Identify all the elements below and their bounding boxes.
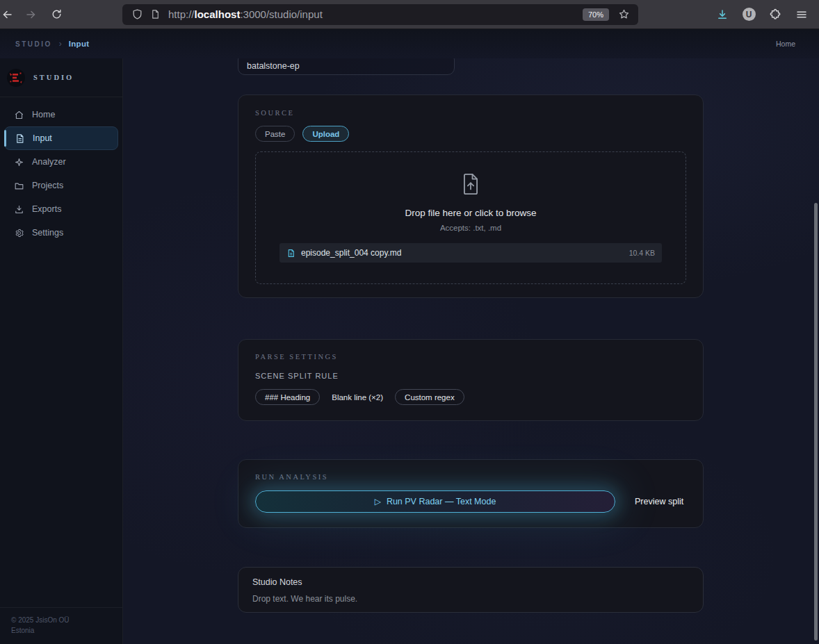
back-button[interactable]	[0, 4, 17, 25]
scene-split-options: ### Heading Blank line (×2) Custom regex	[255, 389, 686, 405]
forward-arrow-icon	[25, 8, 38, 21]
sidebar-item-settings[interactable]: Settings	[4, 221, 118, 245]
notes-title: Studio Notes	[252, 577, 689, 587]
parse-settings-card: PARSE SETTINGS SCENE SPLIT RULE ### Head…	[238, 339, 704, 421]
document-icon	[15, 133, 25, 144]
reload-icon	[51, 8, 63, 20]
extension-badge-button[interactable]: U	[738, 4, 759, 25]
sidebar: STUDIO Home Input Analyzer	[0, 58, 123, 644]
upload-tab[interactable]: Upload	[302, 126, 349, 142]
scene-split-rule-label: SCENE SPLIT RULE	[255, 372, 686, 380]
downloads-button[interactable]	[712, 4, 733, 25]
run-button-label: Run PV Radar — Text Mode	[387, 497, 496, 506]
brand-name: STUDIO	[33, 74, 74, 81]
rule-option-blank-line[interactable]: Blank line (×2)	[330, 393, 384, 402]
download-icon	[716, 8, 729, 21]
parse-card-title: PARSE SETTINGS	[255, 353, 686, 361]
sidebar-item-analyzer[interactable]: Analyzer	[4, 150, 118, 174]
forward-button[interactable]	[21, 4, 42, 25]
bookmark-star-icon[interactable]	[615, 6, 633, 24]
run-analysis-card: RUN ANALYSIS ▷ Run PV Radar — Text Mode …	[238, 459, 704, 528]
extension-letter-badge: U	[743, 8, 756, 21]
sidebar-item-label: Home	[32, 110, 55, 119]
folder-icon	[14, 181, 24, 191]
gear-icon	[14, 228, 24, 238]
sparkle-icon	[14, 157, 24, 167]
breadcrumb-root-link[interactable]: STUDIO	[15, 40, 52, 48]
file-name: episode_split_004 copy.md	[301, 248, 402, 258]
reload-button[interactable]	[46, 4, 67, 25]
sidebar-item-label: Exports	[32, 204, 61, 214]
breadcrumb-separator-icon: ›	[59, 39, 62, 49]
sidebar-item-exports[interactable]: Exports	[4, 197, 118, 221]
sidebar-item-label: Settings	[32, 228, 63, 238]
play-icon: ▷	[375, 497, 381, 506]
menu-button[interactable]	[791, 4, 812, 25]
export-download-icon	[14, 204, 24, 215]
hamburger-icon	[795, 8, 808, 21]
dropzone-headline: Drop file here or click to browse	[256, 208, 686, 218]
studio-logo-icon	[6, 68, 26, 88]
home-icon	[14, 110, 24, 120]
studio-notes-card: Studio Notes Drop text. We hear its puls…	[238, 567, 704, 613]
preview-split-link[interactable]: Preview split	[635, 497, 683, 506]
puzzle-icon	[769, 8, 781, 21]
source-card-title: SOURCE	[255, 109, 686, 117]
sidebar-item-label: Input	[33, 133, 52, 143]
file-upload-icon	[457, 171, 484, 197]
rule-option-custom-regex[interactable]: Custom regex	[395, 389, 464, 405]
sidebar-item-input[interactable]: Input	[4, 126, 118, 150]
url-host: localhost	[195, 8, 241, 20]
page-scrollbar-thumb[interactable]	[814, 203, 818, 641]
sidebar-nav: Home Input Analyzer Projects	[0, 97, 122, 245]
dropzone-accepts: Accepts: .txt, .md	[256, 224, 686, 232]
url-path: :3000/studio/input	[240, 8, 322, 20]
app-shell: STUDIO Home Input Analyzer	[0, 58, 819, 644]
notes-body: Drop text. We hear its pulse.	[252, 594, 689, 604]
shield-icon[interactable]	[128, 6, 146, 24]
main-content: SOURCE Paste Upload Drop file here or cl…	[123, 58, 819, 644]
copyright-text: © 2025 JsisOn OÜ	[11, 615, 111, 625]
paste-tab[interactable]: Paste	[255, 126, 295, 142]
source-tabs: Paste Upload	[255, 126, 686, 142]
file-size: 10.4 KB	[629, 249, 655, 257]
breadcrumb-current[interactable]: Input	[69, 40, 90, 48]
url-bar[interactable]: http://localhost:3000/studio/input 70%	[122, 4, 638, 25]
source-card: SOURCE Paste Upload Drop file here or cl…	[238, 94, 704, 298]
page-info-icon[interactable]	[146, 6, 164, 24]
uploaded-file-row[interactable]: episode_split_004 copy.md 10.4 KB	[279, 243, 662, 263]
project-name-input[interactable]	[238, 58, 455, 75]
sidebar-item-label: Projects	[32, 181, 63, 190]
sidebar-footer: © 2025 JsisOn OÜ Estonia	[0, 607, 122, 644]
url-text: http://localhost:3000/studio/input	[168, 8, 583, 20]
sidebar-item-home[interactable]: Home	[4, 103, 118, 126]
zoom-level-badge[interactable]: 70%	[583, 8, 609, 21]
sidebar-item-projects[interactable]: Projects	[4, 174, 118, 197]
breadcrumb: STUDIO › Input Home	[0, 29, 819, 58]
sidebar-item-label: Analyzer	[32, 157, 66, 167]
home-link[interactable]: Home	[776, 40, 795, 48]
back-arrow-icon	[1, 8, 13, 21]
brand-logo-block[interactable]: STUDIO	[0, 58, 122, 97]
run-pv-radar-button[interactable]: ▷ Run PV Radar — Text Mode	[255, 490, 615, 513]
extensions-button[interactable]	[765, 4, 786, 25]
run-card-title: RUN ANALYSIS	[255, 473, 686, 481]
file-dropzone[interactable]: Drop file here or click to browse Accept…	[255, 151, 686, 284]
rule-option-heading[interactable]: ### Heading	[255, 389, 320, 405]
chrome-toolbar-right: U	[712, 4, 819, 25]
run-row: ▷ Run PV Radar — Text Mode Preview split	[255, 490, 686, 513]
browser-chrome: http://localhost:3000/studio/input 70% U	[0, 0, 819, 29]
country-text: Estonia	[11, 625, 111, 636]
url-prefix: http://	[168, 8, 195, 20]
file-icon	[286, 249, 295, 258]
